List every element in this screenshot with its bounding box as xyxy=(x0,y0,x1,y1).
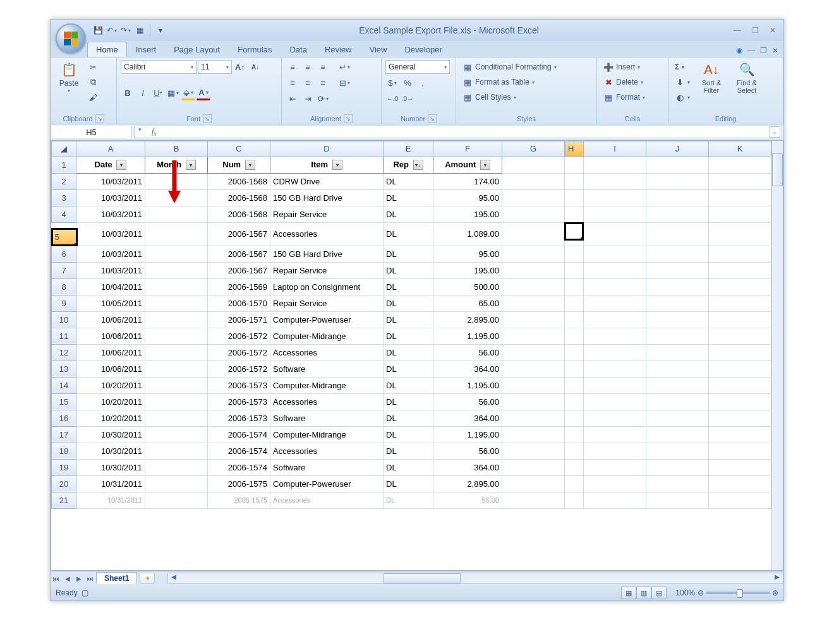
cell[interactable] xyxy=(584,361,646,377)
autosum-button[interactable]: Σ▾ xyxy=(672,60,692,74)
alignment-dialog[interactable]: ↘ xyxy=(344,114,353,123)
cell[interactable]: 2006-1573 xyxy=(208,377,270,393)
cell[interactable]: DL xyxy=(384,361,433,377)
cell[interactable] xyxy=(646,206,709,222)
cell[interactable] xyxy=(584,157,646,173)
cell[interactable] xyxy=(584,410,646,426)
filter-button[interactable]: ▾↓ xyxy=(413,160,423,170)
cut-button[interactable]: ✂ xyxy=(86,60,100,74)
percent-button[interactable]: % xyxy=(401,76,414,90)
cell[interactable] xyxy=(584,206,646,222)
cell[interactable] xyxy=(145,295,208,311)
cell[interactable]: Accessories xyxy=(270,443,384,459)
cell[interactable] xyxy=(709,206,771,222)
sheet-nav-first[interactable]: ⏮ xyxy=(51,575,62,582)
zoom-slider[interactable] xyxy=(706,592,770,594)
cell[interactable] xyxy=(709,189,771,206)
new-sheet-button[interactable]: ✦ xyxy=(140,573,155,584)
cell[interactable] xyxy=(709,157,771,173)
wrap-text-button[interactable]: ↵ xyxy=(337,60,351,74)
cell[interactable] xyxy=(502,262,565,278)
cell[interactable] xyxy=(502,459,565,475)
cell[interactable] xyxy=(145,459,208,475)
cell[interactable] xyxy=(646,328,709,344)
col-header-C[interactable]: C xyxy=(208,141,270,157)
cell[interactable] xyxy=(145,278,208,295)
cell[interactable]: DL xyxy=(384,377,433,393)
cell[interactable] xyxy=(646,377,709,393)
filter-button[interactable]: ▾ xyxy=(245,160,255,170)
cell[interactable] xyxy=(145,377,208,393)
sheet-nav-prev[interactable]: ◀ xyxy=(62,575,73,582)
shrink-font-button[interactable]: A↓ xyxy=(248,60,262,74)
cell[interactable]: DL xyxy=(384,393,433,410)
cell[interactable] xyxy=(502,426,565,443)
cell[interactable]: DL xyxy=(384,206,433,222)
cell[interactable]: Computer-Poweruser xyxy=(270,311,384,328)
cell[interactable]: 2,895.00 xyxy=(433,311,502,328)
cell[interactable] xyxy=(502,492,565,508)
cell[interactable]: Computer-Midrange xyxy=(270,426,384,443)
borders-button[interactable]: ▦ xyxy=(166,86,180,100)
format-cells-button[interactable]: ▦Format▾ xyxy=(601,90,648,104)
cell[interactable] xyxy=(709,246,771,262)
cell[interactable]: 2006-1572 xyxy=(208,328,270,344)
row-header[interactable]: 20 xyxy=(52,475,76,492)
tab-home[interactable]: Home xyxy=(87,42,127,57)
cell[interactable] xyxy=(646,443,709,459)
align-top-button[interactable]: ≡ xyxy=(286,60,299,74)
doc-minimize-button[interactable]: — xyxy=(747,46,755,55)
cell[interactable]: 56.00 xyxy=(433,443,502,459)
cell[interactable]: Computer-Midrange xyxy=(270,328,384,344)
cell[interactable]: DL xyxy=(384,262,433,278)
cell[interactable]: 2006-1568 xyxy=(208,189,270,206)
cell[interactable]: 56.00 xyxy=(433,393,502,410)
cell[interactable] xyxy=(502,222,565,246)
cell[interactable]: 10/20/2011 xyxy=(76,410,145,426)
cell[interactable]: DL xyxy=(384,459,433,475)
cell[interactable] xyxy=(584,189,646,206)
save-icon[interactable]: 💾 xyxy=(92,25,104,36)
cell[interactable]: 10/03/2011 xyxy=(76,206,145,222)
cell[interactable]: 10/03/2011 xyxy=(76,222,145,246)
format-painter-button[interactable]: 🖌 xyxy=(86,90,100,104)
cell[interactable] xyxy=(709,377,771,393)
cell[interactable] xyxy=(565,426,584,443)
cell[interactable] xyxy=(565,223,583,240)
cell[interactable] xyxy=(646,222,709,246)
fill-button[interactable]: ⬇▾ xyxy=(672,75,692,89)
col-header-I[interactable]: I xyxy=(584,141,646,157)
row-header[interactable]: 10 xyxy=(52,311,76,328)
cell[interactable] xyxy=(709,295,771,311)
cell[interactable]: 10/30/2011 xyxy=(76,426,145,443)
cell[interactable]: Accessories xyxy=(270,222,384,246)
cell[interactable] xyxy=(709,459,771,475)
cell[interactable]: 56.00 xyxy=(433,492,502,508)
cell[interactable]: DL xyxy=(384,278,433,295)
filter-button[interactable]: ▾ xyxy=(116,160,126,170)
cell[interactable]: DL xyxy=(384,189,433,206)
cell[interactable]: 2006-1573 xyxy=(208,410,270,426)
cell[interactable]: 10/20/2011 xyxy=(76,393,145,410)
cell[interactable]: 1,195.00 xyxy=(433,328,502,344)
cell[interactable]: Repair Service xyxy=(270,295,384,311)
cell[interactable] xyxy=(584,311,646,328)
cell[interactable]: 174.00 xyxy=(433,173,502,189)
cell[interactable]: 10/03/2011 xyxy=(76,246,145,262)
sort-filter-button[interactable]: A↓ Sort & Filter xyxy=(695,60,728,95)
align-left-button[interactable]: ≡ xyxy=(286,76,299,90)
clear-button[interactable]: ◐▾ xyxy=(672,90,692,104)
col-header-G[interactable]: G xyxy=(502,141,565,157)
cell[interactable] xyxy=(584,426,646,443)
sheet-nav-last[interactable]: ⏭ xyxy=(85,575,96,582)
cell[interactable] xyxy=(502,475,565,492)
cell[interactable] xyxy=(145,475,208,492)
cell[interactable] xyxy=(646,459,709,475)
align-bottom-button[interactable]: ≡ xyxy=(316,60,330,74)
cell[interactable]: 2,895.00 xyxy=(433,475,502,492)
row-header[interactable]: 12 xyxy=(52,344,76,361)
cell[interactable] xyxy=(145,410,208,426)
row-header[interactable]: 15 xyxy=(52,393,76,410)
cell[interactable]: 195.00 xyxy=(433,206,502,222)
cell[interactable]: DL xyxy=(384,173,433,189)
